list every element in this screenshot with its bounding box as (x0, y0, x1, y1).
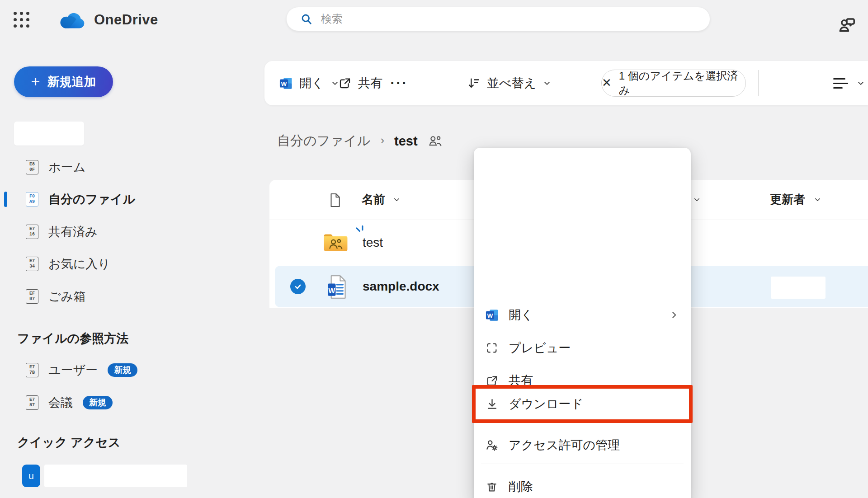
onedrive-logo[interactable]: OneDrive (58, 11, 158, 29)
open-button[interactable]: W 開く (279, 61, 340, 105)
more-commands-button[interactable]: ··· (386, 61, 413, 105)
sidebar-item-my-files[interactable]: F0 A9 自分のファイル (0, 183, 199, 215)
plus-icon: + (31, 74, 40, 89)
chevron-down-icon (392, 195, 401, 204)
sidebar-item-shared[interactable]: E7 16 共有済み (0, 216, 199, 248)
sidebar-item-meetings[interactable]: E7 87 会議 新規 (0, 386, 199, 418)
onedrive-cloud-icon (58, 11, 86, 29)
column-header-modified-by[interactable]: 更新者 (770, 192, 822, 207)
shared-icon: E7 16 (26, 225, 38, 239)
breadcrumb-separator: › (380, 133, 384, 147)
feedback-icon[interactable] (836, 14, 856, 34)
sidebar-item-recycle-bin[interactable]: EF 87 ごみ箱 (0, 280, 199, 312)
file-name[interactable]: test (363, 235, 383, 250)
menu-item-open[interactable]: W 開く (474, 299, 691, 331)
word-icon: W (485, 308, 499, 322)
quick-access-site-tile[interactable]: u (22, 465, 40, 487)
svg-text:W: W (328, 287, 335, 295)
word-icon: W (279, 76, 293, 90)
browse-files-heading: ファイルの参照方法 (17, 330, 128, 347)
new-add-button[interactable]: + 新規追加 (14, 66, 113, 97)
redacted-quick-access-name (44, 465, 187, 487)
app-launcher-waffle-icon[interactable] (14, 12, 30, 28)
preview-icon (485, 342, 499, 354)
word-document-icon: W (327, 274, 346, 300)
breadcrumb-current-folder: test (394, 134, 418, 149)
sort-button[interactable]: 並べ替え (467, 61, 552, 105)
chevron-down-icon (813, 195, 822, 204)
view-options-button[interactable] (833, 61, 865, 105)
onedrive-app: OneDrive + 新規追加 E8 0F ホーム F0 A9 自分のファイル … (0, 0, 868, 498)
new-badge: 新規 (108, 363, 137, 377)
file-name[interactable]: sample.docx (363, 279, 439, 294)
document-column-icon (328, 193, 342, 208)
people-icon: E7 7B (26, 363, 38, 377)
selection-count-button[interactable]: ✕ 1 個のアイテムを選択済み (601, 70, 746, 97)
breadcrumb: 自分のファイル › test (277, 132, 443, 150)
favorites-icon: E7 34 (26, 257, 38, 271)
new-badge: 新規 (83, 396, 113, 409)
toolbar-divider (758, 70, 759, 96)
person-gear-icon (485, 438, 499, 452)
menu-item-manage-access[interactable]: アクセス許可の管理 (474, 429, 691, 461)
recycle-bin-icon: EF 87 (26, 289, 38, 304)
download-icon (485, 398, 499, 411)
shared-folder-icon (323, 233, 349, 252)
share-icon (338, 76, 352, 90)
clear-selection-icon[interactable]: ✕ (602, 77, 612, 89)
sidebar-item-people[interactable]: E7 7B ユーザー 新規 (0, 354, 199, 386)
svg-text:W: W (487, 312, 493, 319)
search-icon (300, 13, 313, 25)
trash-icon (485, 480, 499, 493)
app-title: OneDrive (94, 12, 158, 28)
chevron-down-icon[interactable] (693, 195, 701, 204)
menu-item-download[interactable]: ダウンロード (472, 385, 693, 423)
chevron-down-icon (856, 79, 865, 88)
selected-check-icon[interactable] (290, 279, 306, 294)
column-header-name[interactable]: 名前 (362, 192, 401, 207)
svg-text:W: W (281, 80, 287, 87)
command-toolbar: W 開く 共有 ··· 並べ替え ✕ 1 個のアイテムを選択済み (264, 61, 868, 105)
my-files-icon: F0 A9 (26, 192, 38, 207)
meetings-icon: E7 87 (26, 395, 38, 410)
new-item-sparkle-icon (355, 225, 367, 236)
menu-item-preview[interactable]: プレビュー (474, 332, 691, 364)
home-icon: E8 0F (26, 160, 38, 174)
chevron-right-icon (669, 310, 679, 320)
redacted-modified-by (771, 277, 826, 299)
chevron-down-icon (542, 79, 552, 88)
sidebar-item-favorites[interactable]: E7 34 お気に入り (0, 248, 199, 280)
list-view-icon (833, 78, 848, 89)
sidebar-item-home[interactable]: E8 0F ホーム (0, 151, 199, 183)
context-menu: W 開く プレビュー 共有 (474, 148, 691, 498)
quick-access-heading: クイック アクセス (17, 434, 121, 451)
search-input[interactable] (321, 13, 710, 25)
search-bar[interactable] (286, 7, 710, 31)
menu-divider (481, 464, 684, 464)
share-button[interactable]: 共有 (338, 61, 382, 105)
shared-people-icon (428, 135, 443, 147)
menu-item-delete[interactable]: 削除 (474, 470, 691, 498)
redacted-account-name (14, 122, 84, 146)
sort-icon (467, 76, 481, 90)
breadcrumb-my-files[interactable]: 自分のファイル (277, 132, 370, 150)
